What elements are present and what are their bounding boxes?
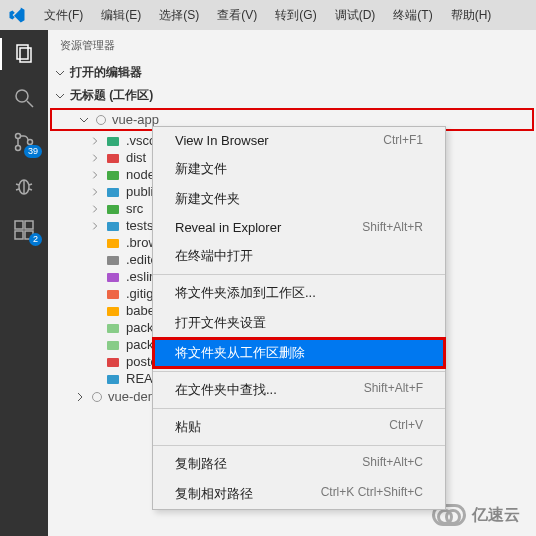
context-menu-item[interactable]: Reveal in ExplorerShift+Alt+R xyxy=(153,214,445,241)
context-menu-item[interactable]: 在文件夹中查找...Shift+Alt+F xyxy=(153,375,445,405)
folder-green xyxy=(106,202,120,216)
svg-rect-30 xyxy=(107,358,119,367)
chevron-right-icon xyxy=(90,187,100,197)
menu-edit[interactable]: 编辑(E) xyxy=(93,3,149,28)
context-menu-item[interactable]: 新建文件夹 xyxy=(153,184,445,214)
svg-point-6 xyxy=(28,140,33,145)
context-menu: View In BrowserCtrl+F1新建文件新建文件夹Reveal in… xyxy=(152,126,446,510)
svg-rect-25 xyxy=(107,273,119,282)
svg-rect-28 xyxy=(107,324,119,333)
menu-view[interactable]: 查看(V) xyxy=(209,3,265,28)
folder-blue xyxy=(106,185,120,199)
search-icon[interactable] xyxy=(12,86,36,110)
file-pkg xyxy=(106,338,120,352)
svg-rect-20 xyxy=(107,188,119,197)
svg-point-4 xyxy=(16,134,21,139)
files-icon[interactable] xyxy=(12,42,36,66)
svg-line-3 xyxy=(27,101,33,107)
svg-point-2 xyxy=(16,90,28,102)
file-babel xyxy=(106,304,120,318)
folder-red xyxy=(106,151,120,165)
status-circle-icon xyxy=(96,115,106,125)
context-menu-item[interactable]: 粘贴Ctrl+V xyxy=(153,412,445,442)
file-post xyxy=(106,355,120,369)
context-menu-item[interactable]: 复制路径Shift+Alt+C xyxy=(153,449,445,479)
svg-rect-31 xyxy=(107,375,119,384)
file-yellow xyxy=(106,236,120,250)
chevron-right-icon xyxy=(90,170,100,180)
menu-help[interactable]: 帮助(H) xyxy=(443,3,500,28)
status-circle-icon xyxy=(92,392,102,402)
menu-go[interactable]: 转到(G) xyxy=(267,3,324,28)
svg-rect-0 xyxy=(17,45,28,59)
chevron-down-icon xyxy=(54,90,66,102)
svg-line-9 xyxy=(16,184,19,185)
svg-rect-18 xyxy=(107,154,119,163)
chevron-right-icon xyxy=(90,204,100,214)
activity-bar: 39 2 xyxy=(0,30,48,536)
chevron-right-icon xyxy=(90,221,100,231)
chevron-right-icon xyxy=(90,153,100,163)
workspace-section[interactable]: 无标题 (工作区) xyxy=(48,84,536,107)
menu-file[interactable]: 文件(F) xyxy=(36,3,91,28)
chevron-down-icon xyxy=(78,114,90,126)
context-menu-item[interactable]: 将文件夹添加到工作区... xyxy=(153,278,445,308)
git-badge: 39 xyxy=(24,145,42,158)
vscode-icon xyxy=(8,6,26,24)
context-menu-item[interactable]: View In BrowserCtrl+F1 xyxy=(153,127,445,154)
svg-rect-13 xyxy=(15,221,23,229)
extensions-icon[interactable]: 2 xyxy=(12,218,36,242)
menu-terminal[interactable]: 终端(T) xyxy=(385,3,440,28)
bug-icon[interactable] xyxy=(12,174,36,198)
svg-rect-14 xyxy=(15,231,23,239)
svg-rect-24 xyxy=(107,256,119,265)
svg-line-10 xyxy=(29,184,32,185)
svg-rect-1 xyxy=(20,48,31,62)
file-purple xyxy=(106,270,120,284)
git-icon[interactable]: 39 xyxy=(12,130,36,154)
menu-debug[interactable]: 调试(D) xyxy=(327,3,384,28)
svg-rect-27 xyxy=(107,307,119,316)
folder-blue xyxy=(106,219,120,233)
open-editors-section[interactable]: 打开的编辑器 xyxy=(48,61,536,84)
context-menu-item[interactable]: 打开文件夹设置 xyxy=(153,308,445,338)
chevron-right-icon xyxy=(90,136,100,146)
chevron-down-icon xyxy=(54,67,66,79)
menu-select[interactable]: 选择(S) xyxy=(151,3,207,28)
svg-point-5 xyxy=(16,146,21,151)
folder-green xyxy=(106,168,120,182)
svg-rect-21 xyxy=(107,205,119,214)
context-menu-item[interactable]: 在终端中打开 xyxy=(153,241,445,271)
menubar: 文件(F) 编辑(E) 选择(S) 查看(V) 转到(G) 调试(D) 终端(T… xyxy=(0,0,536,30)
chevron-right-icon xyxy=(74,391,86,403)
file-pkg xyxy=(106,321,120,335)
file-gear xyxy=(106,253,120,267)
context-menu-item[interactable]: 复制相对路径Ctrl+K Ctrl+Shift+C xyxy=(153,479,445,509)
ext-badge: 2 xyxy=(29,233,42,246)
folder-blue xyxy=(106,134,120,148)
svg-line-11 xyxy=(16,189,19,190)
svg-rect-29 xyxy=(107,341,119,350)
svg-rect-19 xyxy=(107,171,119,180)
file-orange xyxy=(106,287,120,301)
explorer-title: 资源管理器 xyxy=(48,30,536,61)
svg-rect-16 xyxy=(25,221,33,229)
context-menu-item[interactable]: 将文件夹从工作区删除 xyxy=(153,338,445,368)
svg-rect-23 xyxy=(107,239,119,248)
svg-rect-26 xyxy=(107,290,119,299)
file-info xyxy=(106,372,120,386)
context-menu-item[interactable]: 新建文件 xyxy=(153,154,445,184)
svg-line-12 xyxy=(29,189,32,190)
svg-rect-17 xyxy=(107,137,119,146)
svg-rect-22 xyxy=(107,222,119,231)
